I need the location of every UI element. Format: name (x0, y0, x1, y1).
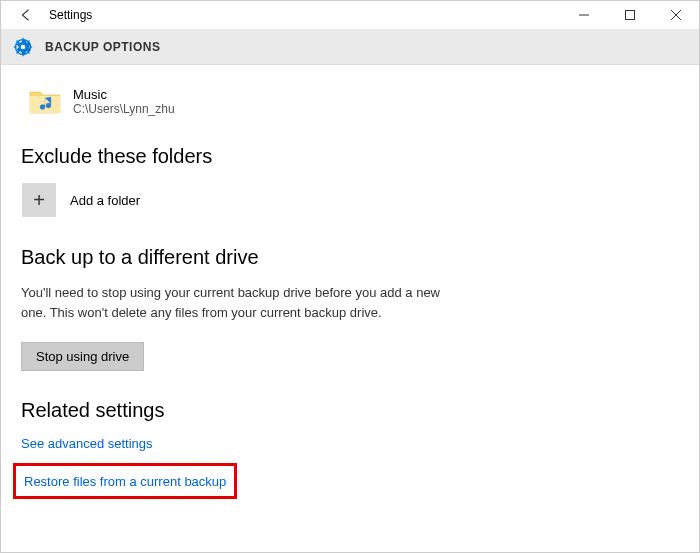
svg-rect-1 (626, 11, 635, 20)
plus-icon: + (22, 183, 56, 217)
maximize-button[interactable] (607, 1, 653, 29)
folder-item-music[interactable]: Music C:\Users\Lynn_zhu (29, 85, 679, 117)
folder-name: Music (73, 87, 175, 102)
window-title: Settings (49, 8, 92, 22)
page-header: BACKUP OPTIONS (1, 29, 699, 65)
music-folder-icon (29, 85, 61, 117)
different-drive-description: You'll need to stop using your current b… (21, 283, 441, 322)
link-restore-files[interactable]: Restore files from a current backup (24, 474, 226, 489)
section-title-different-drive: Back up to a different drive (21, 246, 679, 269)
folder-path: C:\Users\Lynn_zhu (73, 102, 175, 116)
content-area: C:\Users\Public Music C:\Users\Lynn_zhu … (1, 65, 699, 550)
stop-using-drive-button[interactable]: Stop using drive (21, 342, 144, 371)
section-title-exclude: Exclude these folders (21, 145, 679, 168)
add-folder-button[interactable]: + Add a folder (21, 182, 679, 218)
minimize-button[interactable] (561, 1, 607, 29)
highlighted-restore-link: Restore files from a current backup (13, 463, 237, 499)
add-folder-label: Add a folder (70, 193, 140, 208)
window-titlebar: Settings (1, 1, 699, 29)
page-title: BACKUP OPTIONS (45, 40, 160, 54)
gear-icon (13, 37, 33, 57)
link-advanced-settings[interactable]: See advanced settings (21, 436, 679, 451)
section-title-related: Related settings (21, 399, 679, 422)
close-button[interactable] (653, 1, 699, 29)
svg-point-5 (20, 44, 26, 50)
back-button[interactable] (11, 1, 39, 29)
